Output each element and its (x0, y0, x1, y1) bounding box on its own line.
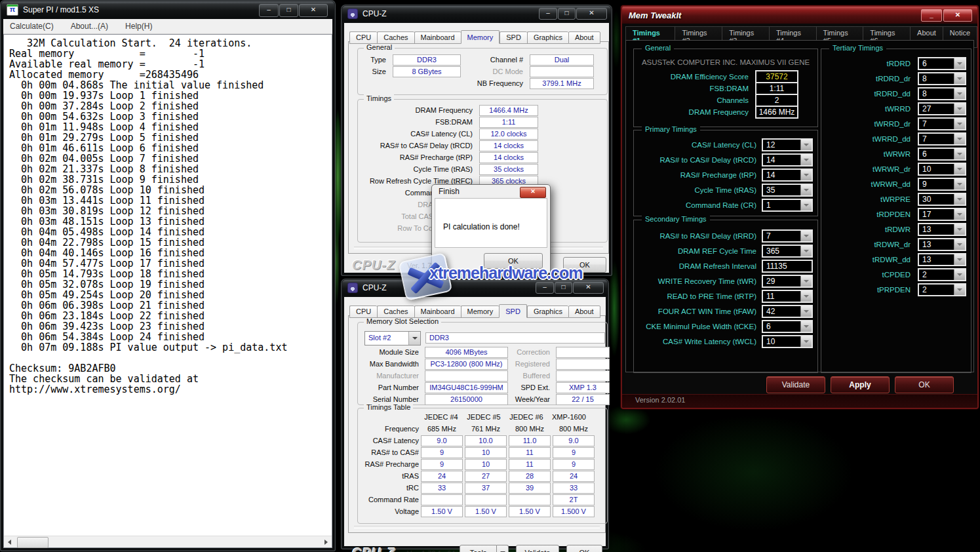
dropdown-button[interactable] (954, 254, 965, 265)
timing-row: FSB:DRAM 1:11 (358, 116, 607, 128)
tab[interactable]: Graphics (527, 31, 568, 44)
cell: 11.0 (509, 435, 551, 446)
minimize-button[interactable]: – (536, 282, 554, 294)
minimize-button[interactable]: – (259, 4, 279, 17)
dropdown-button[interactable] (954, 149, 965, 159)
dropdown-button[interactable] (954, 119, 965, 129)
cell (421, 494, 463, 505)
tab[interactable]: SPD (499, 304, 527, 318)
ok-button[interactable]: OK (895, 376, 954, 393)
dropdown-button[interactable] (954, 58, 965, 69)
dropdown-button[interactable] (800, 185, 812, 195)
timing-value: 2 (919, 285, 954, 295)
close-button[interactable]: ✕ (573, 282, 604, 294)
dropdown-button[interactable] (800, 246, 812, 256)
superpi-menubar: Calculate(C) About...(A) Help(H) (3, 19, 332, 34)
tab[interactable]: CPU (349, 306, 377, 318)
cell: 1.50 V (421, 506, 463, 517)
timing-value: 1:11 (479, 117, 538, 128)
tab[interactable]: Caches (377, 306, 414, 318)
tab[interactable]: About (568, 31, 600, 44)
timing-row: Cycle Time (tRAS) 35 clocks (358, 163, 607, 175)
minimize-button[interactable]: _ (921, 9, 942, 22)
dropdown-button[interactable] (800, 321, 812, 332)
tools-button[interactable]: Tools (460, 545, 497, 552)
dropdown-button[interactable] (800, 231, 812, 241)
dropdown-button[interactable] (800, 336, 812, 347)
dropdown-button[interactable] (954, 194, 965, 205)
tab[interactable]: SPD (500, 31, 527, 44)
spd-row: Max Bandwidth PC3-12800 (800 MHz) (358, 358, 508, 370)
scroll-left-button[interactable] (4, 536, 15, 547)
horizontal-scrollbar[interactable] (4, 536, 332, 547)
close-button[interactable]: ✕ (520, 187, 546, 198)
tab[interactable]: CPU (349, 31, 377, 44)
cpuz-client: CPUCachesMainboardMemorySPDGraphicsAbout… (344, 297, 606, 546)
tab[interactable]: About (568, 306, 600, 318)
timing-row: tWRPRE 30 (821, 191, 971, 207)
dropdown-button[interactable] (800, 155, 812, 165)
chevron-down-icon (957, 77, 962, 80)
timing-label: tWRRD_dd (821, 135, 911, 143)
timing-row: tWRWR_dr 10 (821, 161, 971, 176)
close-button[interactable]: ✕ (943, 9, 972, 22)
spd-row: Buffered (496, 370, 610, 382)
close-button[interactable]: ✕ (299, 4, 328, 17)
channel-label: Channel # (456, 55, 523, 65)
dropdown-button[interactable] (800, 306, 812, 317)
menu-help[interactable]: Help(H) (125, 22, 152, 31)
validate-button[interactable]: Validate (516, 545, 559, 552)
apply-button[interactable]: Apply (831, 376, 890, 393)
dropdown-button[interactable] (800, 170, 812, 180)
dropdown-button[interactable] (954, 269, 965, 280)
dropdown-button[interactable] (800, 200, 812, 210)
maximize-button[interactable]: □ (555, 282, 572, 294)
menu-about[interactable]: About...(A) (71, 22, 108, 31)
timing-row: tWRRD 27 (821, 101, 971, 116)
cell: 800 MHz (509, 424, 551, 435)
combo-dropdown-button[interactable] (408, 332, 420, 345)
dropdown-button[interactable] (954, 285, 965, 295)
dropdown-button[interactable] (800, 140, 812, 150)
slot-combobox[interactable]: Slot #2 (364, 331, 421, 345)
dropdown-button[interactable] (954, 239, 965, 250)
tab[interactable]: Caches (377, 31, 414, 44)
cpuz-window-buttons: – □ ✕ (539, 8, 607, 20)
dropdown-button[interactable] (800, 291, 812, 302)
dropdown-button[interactable] (954, 224, 965, 235)
timing-row: READ to PRE Time (tRTP) 11 (634, 288, 817, 304)
tab[interactable]: Mainboard (414, 31, 461, 44)
dropdown-button[interactable] (954, 134, 965, 144)
channel-value: Dual (530, 54, 594, 66)
close-button[interactable]: ✕ (576, 8, 607, 20)
cell: 1.500 V (553, 506, 595, 517)
dropdown-button[interactable] (954, 209, 965, 220)
dropdown-button[interactable] (954, 89, 965, 99)
dropdown-button[interactable] (800, 276, 812, 286)
timing-row: tWRRD_dd 7 (821, 131, 971, 146)
minimize-button[interactable]: – (539, 8, 557, 20)
scroll-right-button[interactable] (321, 536, 332, 547)
maximize-button[interactable]: □ (279, 4, 298, 17)
chevron-down-icon (804, 235, 809, 237)
menu-calculate[interactable]: Calculate(C) (10, 22, 54, 31)
chevron-down-icon (957, 108, 962, 110)
timing-row: tRDPDEN 17 (821, 207, 971, 222)
dropdown-button[interactable] (954, 179, 965, 189)
scrollbar-thumb[interactable] (17, 537, 49, 548)
ok-button[interactable]: OK (566, 545, 602, 552)
tab[interactable]: Memory (461, 30, 500, 44)
tab[interactable]: Memory (461, 306, 500, 318)
tools-dropdown-button[interactable] (497, 545, 509, 552)
tab[interactable]: Mainboard (414, 306, 461, 318)
dropdown-button[interactable] (954, 73, 965, 84)
maximize-button[interactable]: □ (558, 8, 576, 20)
chevron-down-icon (957, 288, 962, 291)
timing-label: tWRPRE (821, 195, 911, 203)
dropdown-button[interactable] (954, 164, 965, 174)
info-row: DRAM Efficiency Score 37572 (634, 71, 817, 83)
validate-button[interactable]: Validate (766, 376, 825, 393)
tab[interactable]: Graphics (527, 306, 568, 318)
dropdown-button[interactable] (954, 104, 965, 114)
cpuz-version: Ver. 1.72.1.x64 (407, 549, 455, 552)
